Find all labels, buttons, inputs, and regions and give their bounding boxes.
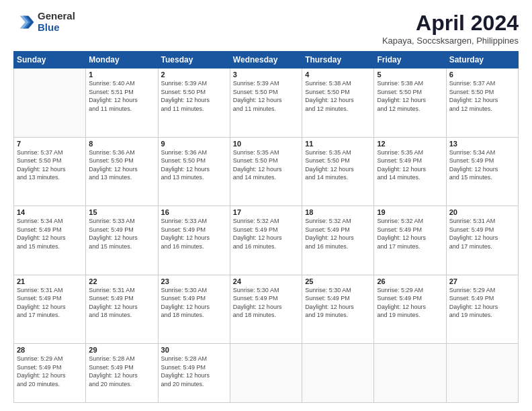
- day-info: Sunrise: 5:38 AM Sunset: 5:50 PM Dayligh…: [305, 79, 371, 113]
- day-info: Sunrise: 5:32 AM Sunset: 5:49 PM Dayligh…: [305, 217, 371, 250]
- day-info: Sunrise: 5:34 AM Sunset: 5:49 PM Dayligh…: [17, 217, 83, 250]
- day-number: 9: [161, 140, 227, 148]
- calendar-cell: 4Sunrise: 5:38 AM Sunset: 5:50 PM Daylig…: [302, 68, 374, 138]
- calendar-cell: [302, 344, 374, 403]
- day-info: Sunrise: 5:38 AM Sunset: 5:50 PM Dayligh…: [377, 79, 443, 113]
- day-number: 10: [233, 140, 299, 148]
- day-info: Sunrise: 5:39 AM Sunset: 5:50 PM Dayligh…: [161, 79, 227, 113]
- day-number: 23: [161, 277, 227, 285]
- day-info: Sunrise: 5:28 AM Sunset: 5:49 PM Dayligh…: [89, 355, 154, 388]
- day-info: Sunrise: 5:28 AM Sunset: 5:49 PM Dayligh…: [161, 355, 227, 388]
- day-info: Sunrise: 5:34 AM Sunset: 5:49 PM Dayligh…: [449, 148, 515, 182]
- day-number: 29: [89, 346, 154, 354]
- logo-icon: [13, 11, 35, 33]
- day-number: 27: [449, 277, 515, 285]
- day-info: Sunrise: 5:35 AM Sunset: 5:49 PM Dayligh…: [377, 148, 443, 182]
- day-header-saturday: Saturday: [446, 52, 518, 68]
- calendar-cell: 2Sunrise: 5:39 AM Sunset: 5:50 PM Daylig…: [158, 68, 230, 138]
- calendar-cell: 23Sunrise: 5:30 AM Sunset: 5:49 PM Dayli…: [158, 275, 230, 344]
- day-number: 25: [305, 277, 371, 285]
- page: General Blue April 2024 Kapaya, Soccsksa…: [0, 0, 532, 411]
- day-number: 15: [89, 208, 154, 216]
- calendar-cell: 18Sunrise: 5:32 AM Sunset: 5:49 PM Dayli…: [302, 206, 374, 275]
- week-row-5: 28Sunrise: 5:29 AM Sunset: 5:49 PM Dayli…: [14, 344, 519, 403]
- calendar-cell: 20Sunrise: 5:31 AM Sunset: 5:49 PM Dayli…: [446, 206, 518, 275]
- week-row-2: 7Sunrise: 5:37 AM Sunset: 5:50 PM Daylig…: [14, 137, 519, 206]
- day-number: 26: [377, 277, 443, 285]
- calendar-cell: [230, 344, 302, 403]
- day-number: 16: [161, 208, 227, 216]
- calendar-cell: 22Sunrise: 5:31 AM Sunset: 5:49 PM Dayli…: [86, 275, 158, 344]
- day-number: 6: [449, 71, 515, 79]
- day-number: 20: [449, 208, 515, 216]
- day-number: 4: [305, 71, 371, 79]
- day-info: Sunrise: 5:29 AM Sunset: 5:49 PM Dayligh…: [17, 355, 83, 388]
- week-row-1: 1Sunrise: 5:40 AM Sunset: 5:51 PM Daylig…: [14, 68, 519, 138]
- calendar-cell: 19Sunrise: 5:32 AM Sunset: 5:49 PM Dayli…: [374, 206, 446, 275]
- day-info: Sunrise: 5:37 AM Sunset: 5:50 PM Dayligh…: [17, 148, 83, 182]
- day-info: Sunrise: 5:31 AM Sunset: 5:49 PM Dayligh…: [17, 286, 83, 320]
- day-header-friday: Friday: [374, 52, 446, 68]
- day-info: Sunrise: 5:31 AM Sunset: 5:49 PM Dayligh…: [449, 217, 515, 250]
- subtitle: Kapaya, Soccsksargen, Philippines: [382, 36, 519, 46]
- day-header-thursday: Thursday: [302, 52, 374, 68]
- calendar-cell: 13Sunrise: 5:34 AM Sunset: 5:49 PM Dayli…: [446, 137, 518, 206]
- day-number: 8: [89, 140, 154, 148]
- day-number: 3: [233, 71, 299, 79]
- day-info: Sunrise: 5:35 AM Sunset: 5:50 PM Dayligh…: [305, 148, 371, 182]
- calendar-cell: 29Sunrise: 5:28 AM Sunset: 5:49 PM Dayli…: [86, 344, 158, 403]
- calendar-cell: [374, 344, 446, 403]
- calendar-cell: 7Sunrise: 5:37 AM Sunset: 5:50 PM Daylig…: [14, 137, 86, 206]
- day-number: 2: [161, 71, 227, 79]
- day-info: Sunrise: 5:35 AM Sunset: 5:50 PM Dayligh…: [233, 148, 299, 182]
- day-number: 12: [377, 140, 443, 148]
- day-info: Sunrise: 5:30 AM Sunset: 5:49 PM Dayligh…: [305, 286, 371, 320]
- calendar-cell: 15Sunrise: 5:33 AM Sunset: 5:49 PM Dayli…: [86, 206, 158, 275]
- calendar-cell: 21Sunrise: 5:31 AM Sunset: 5:49 PM Dayli…: [14, 275, 86, 344]
- month-title: April 2024: [382, 11, 519, 36]
- calendar-cell: 8Sunrise: 5:36 AM Sunset: 5:50 PM Daylig…: [86, 137, 158, 206]
- day-number: 14: [17, 208, 83, 216]
- logo: General Blue: [13, 11, 75, 33]
- calendar-cell: 24Sunrise: 5:30 AM Sunset: 5:49 PM Dayli…: [230, 275, 302, 344]
- calendar-cell: 14Sunrise: 5:34 AM Sunset: 5:49 PM Dayli…: [14, 206, 86, 275]
- day-number: 5: [377, 71, 443, 79]
- calendar-cell: [14, 68, 86, 138]
- calendar-cell: 12Sunrise: 5:35 AM Sunset: 5:49 PM Dayli…: [374, 137, 446, 206]
- logo-text: General Blue: [38, 11, 75, 33]
- day-info: Sunrise: 5:31 AM Sunset: 5:49 PM Dayligh…: [89, 286, 154, 320]
- day-info: Sunrise: 5:32 AM Sunset: 5:49 PM Dayligh…: [377, 217, 443, 250]
- day-header-monday: Monday: [86, 52, 158, 68]
- calendar-cell: 5Sunrise: 5:38 AM Sunset: 5:50 PM Daylig…: [374, 68, 446, 138]
- calendar-cell: 26Sunrise: 5:29 AM Sunset: 5:49 PM Dayli…: [374, 275, 446, 344]
- day-header-sunday: Sunday: [14, 52, 86, 68]
- calendar-cell: 11Sunrise: 5:35 AM Sunset: 5:50 PM Dayli…: [302, 137, 374, 206]
- day-number: 13: [449, 140, 515, 148]
- week-row-4: 21Sunrise: 5:31 AM Sunset: 5:49 PM Dayli…: [14, 275, 519, 344]
- day-info: Sunrise: 5:30 AM Sunset: 5:49 PM Dayligh…: [161, 286, 227, 320]
- day-info: Sunrise: 5:33 AM Sunset: 5:49 PM Dayligh…: [161, 217, 227, 250]
- day-info: Sunrise: 5:29 AM Sunset: 5:49 PM Dayligh…: [449, 286, 515, 320]
- calendar-cell: 27Sunrise: 5:29 AM Sunset: 5:49 PM Dayli…: [446, 275, 518, 344]
- day-info: Sunrise: 5:36 AM Sunset: 5:50 PM Dayligh…: [89, 148, 154, 182]
- day-info: Sunrise: 5:36 AM Sunset: 5:50 PM Dayligh…: [161, 148, 227, 182]
- calendar-cell: [446, 344, 518, 403]
- calendar-cell: 1Sunrise: 5:40 AM Sunset: 5:51 PM Daylig…: [86, 68, 158, 138]
- calendar-cell: 6Sunrise: 5:37 AM Sunset: 5:50 PM Daylig…: [446, 68, 518, 138]
- day-number: 11: [305, 140, 371, 148]
- day-number: 7: [17, 140, 83, 148]
- calendar-cell: 3Sunrise: 5:39 AM Sunset: 5:50 PM Daylig…: [230, 68, 302, 138]
- week-row-3: 14Sunrise: 5:34 AM Sunset: 5:49 PM Dayli…: [14, 206, 519, 275]
- title-area: April 2024 Kapaya, Soccsksargen, Philipp…: [382, 11, 519, 46]
- day-number: 24: [233, 277, 299, 285]
- day-number: 17: [233, 208, 299, 216]
- day-number: 30: [161, 346, 227, 354]
- day-number: 18: [305, 208, 371, 216]
- day-info: Sunrise: 5:37 AM Sunset: 5:50 PM Dayligh…: [449, 79, 515, 113]
- day-info: Sunrise: 5:40 AM Sunset: 5:51 PM Dayligh…: [89, 79, 154, 113]
- calendar-cell: 28Sunrise: 5:29 AM Sunset: 5:49 PM Dayli…: [14, 344, 86, 403]
- calendar-table: SundayMondayTuesdayWednesdayThursdayFrid…: [13, 51, 519, 403]
- header: General Blue April 2024 Kapaya, Soccsksa…: [13, 11, 519, 46]
- day-number: 1: [89, 71, 154, 79]
- day-header-wednesday: Wednesday: [230, 52, 302, 68]
